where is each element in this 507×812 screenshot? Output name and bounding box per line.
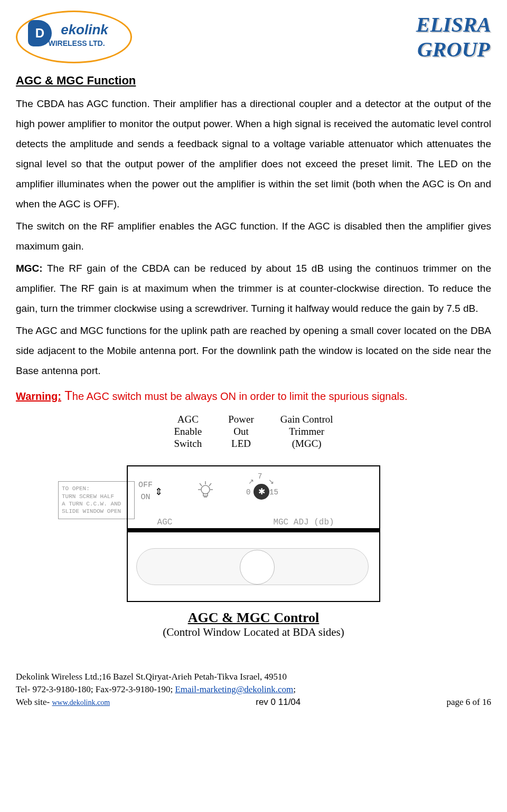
bulb-icon bbox=[197, 480, 214, 503]
callout-line: Gain Control bbox=[280, 414, 333, 426]
diagram-callouts: AGC Enable Switch Power Out LED Gain Con… bbox=[16, 414, 491, 450]
trimmer-knob-icon: ✱ bbox=[253, 484, 269, 500]
callout-line: LED bbox=[228, 438, 254, 450]
figure-caption: AGC & MGC Control (Control Window Locate… bbox=[16, 610, 491, 639]
arrow-icon: ↗ bbox=[248, 477, 254, 485]
footer-semi: ; bbox=[293, 684, 296, 694]
paragraph-2: The switch on the RF amplifier enables t… bbox=[16, 216, 491, 256]
bar-agc-label: AGC bbox=[138, 518, 191, 527]
bar-mgc-label: MGC ADJ (db) bbox=[239, 518, 369, 527]
footer-bottom-row: Web site- www.dekolink.com rev 0 11/04 p… bbox=[16, 696, 491, 709]
group-text: GROUP bbox=[416, 37, 491, 62]
diagram-label-bar: AGC MGC ADJ (db) bbox=[128, 517, 379, 529]
diagram-top: OFF ON ⇕ ↗ bbox=[128, 466, 379, 517]
open-instructions-panel: TO OPEN: TURN SCREW HALF A TURN C.C.W. A… bbox=[58, 481, 135, 519]
logo-ellipse: D ekolink WIRELESS LTD. bbox=[16, 11, 132, 63]
paragraph-3: MGC: The RF gain of the CBDA can be redu… bbox=[16, 259, 491, 319]
callout-line: Power bbox=[228, 414, 254, 426]
panel-line: A TURN C.C.W. AND bbox=[62, 500, 131, 508]
elisra-group-logo: ELISRA GROUP bbox=[416, 12, 491, 62]
footer-rev: rev 0 11/04 bbox=[256, 696, 301, 709]
logo-sub-text: WIRELESS LTD. bbox=[48, 39, 105, 47]
slider-window bbox=[136, 548, 369, 585]
on-label: ON bbox=[138, 492, 153, 504]
footer-contact: Tel- 972-3-9180-180; Fax-972-3-9180-190;… bbox=[16, 683, 491, 696]
arrow-icon: ↘ bbox=[268, 477, 274, 485]
callout-line: AGC bbox=[174, 414, 202, 426]
page-footer: Dekolink Wireless Ltd.;16 Bazel St.Qirya… bbox=[16, 671, 491, 708]
svg-line-1 bbox=[200, 483, 202, 486]
callout-line: (MGC) bbox=[280, 438, 333, 450]
trimmer-15: 15 bbox=[269, 488, 278, 496]
panel-line: TO OPEN: bbox=[62, 485, 131, 492]
svg-line-2 bbox=[209, 483, 211, 486]
trimmer-control: ↗ ↘ 0 7 15 ✱ bbox=[253, 484, 269, 500]
mgc-label: MGC: bbox=[16, 263, 43, 274]
footer-page: page 6 of 16 bbox=[446, 696, 491, 709]
trimmer-0: 0 bbox=[246, 488, 250, 496]
paragraph-4: The AGC and MGC functions for the uplink… bbox=[16, 321, 491, 381]
svg-point-5 bbox=[201, 485, 210, 494]
callout-agc: AGC Enable Switch bbox=[174, 414, 202, 450]
figure-subtitle: (Control Window Located at BDA sides) bbox=[16, 626, 491, 639]
footer-tel: Tel- 972-3-9180-180; Fax-972-3-9180-190; bbox=[16, 684, 175, 694]
footer-web: Web site- www.dekolink.com bbox=[16, 696, 110, 709]
warning-t: T bbox=[61, 388, 72, 403]
callout-line: Switch bbox=[174, 438, 202, 450]
diagram-bottom bbox=[128, 532, 379, 601]
figure-title: AGC & MGC Control bbox=[16, 610, 491, 626]
callout-line: Trimmer bbox=[280, 426, 333, 438]
agc-switch-labels: OFF ON bbox=[138, 480, 153, 503]
callout-led: Power Out LED bbox=[228, 414, 254, 450]
switch-icon: ⇕ bbox=[155, 486, 163, 498]
page-header: D ekolink WIRELESS LTD. ELISRA GROUP bbox=[16, 11, 491, 63]
diagram-container: TO OPEN: TURN SCREW HALF A TURN C.C.W. A… bbox=[16, 465, 491, 602]
footer-web-link[interactable]: www.dekolink.com bbox=[52, 699, 110, 706]
warning-body: he AGC switch must be always ON in order… bbox=[72, 390, 408, 402]
control-diagram: OFF ON ⇕ ↗ bbox=[127, 465, 380, 602]
slider-screw-icon bbox=[240, 550, 275, 585]
warning-paragraph: Warning: The AGC switch must be always O… bbox=[16, 383, 491, 408]
footer-address: Dekolink Wireless Ltd.;16 Bazel St.Qirya… bbox=[16, 671, 491, 683]
callout-trimmer: Gain Control Trimmer (MGC) bbox=[280, 414, 333, 450]
footer-web-prefix: Web site- bbox=[16, 697, 52, 707]
warning-label: Warning: bbox=[16, 390, 61, 402]
section-title: AGC & MGC Function bbox=[16, 74, 491, 88]
callout-line: Enable bbox=[174, 426, 202, 438]
company-logo: D ekolink WIRELESS LTD. bbox=[16, 11, 132, 63]
footer-email-link[interactable]: Email-marketing@dekolink.com bbox=[175, 684, 293, 694]
mgc-text: The RF gain of the CBDA can be reduced b… bbox=[16, 263, 491, 314]
elisra-text: ELISRA bbox=[416, 12, 491, 37]
panel-line: SLIDE WINDOW OPEN bbox=[62, 508, 131, 515]
paragraph-1: The CBDA has AGC function. Their amplifi… bbox=[16, 94, 491, 214]
logo-main-text: ekolink bbox=[61, 22, 108, 38]
trimmer-7: 7 bbox=[258, 472, 262, 481]
callout-line: Out bbox=[228, 426, 254, 438]
off-label: OFF bbox=[138, 480, 153, 492]
panel-line: TURN SCREW HALF bbox=[62, 493, 131, 500]
